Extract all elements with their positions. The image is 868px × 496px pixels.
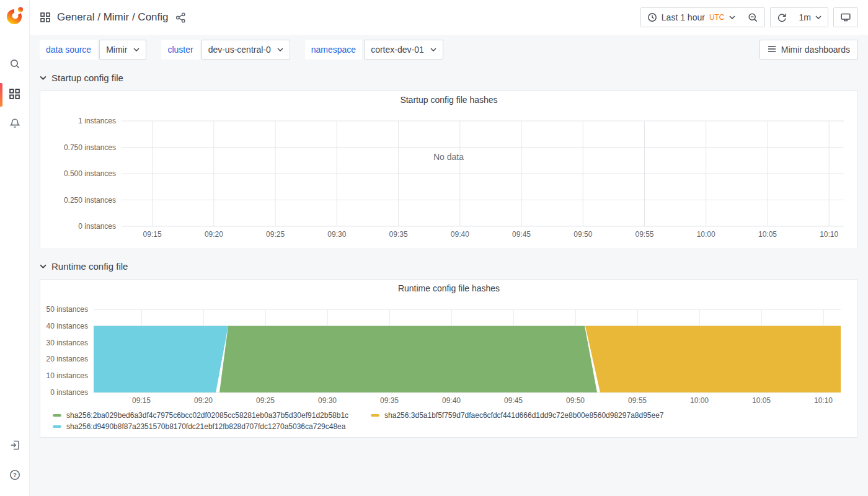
chevron-down-icon (430, 48, 436, 51)
x-tick-label: 10:05 (758, 230, 777, 239)
variable-value-dropdown[interactable]: Mimir (99, 40, 146, 60)
y-tick-label: 1 instances (78, 117, 116, 125)
app-root: ? General / Mimir / Config Last 1 (0, 0, 868, 496)
legend-label: sha256:2ba029bed6a3df4c7975c6bcc02df0208… (66, 411, 348, 420)
dashboards-grid-icon (9, 88, 20, 102)
chevron-down-icon (40, 264, 46, 268)
mimir-dashboards-button[interactable]: Mimir dashboards (760, 40, 858, 60)
zoom-out-icon (748, 12, 758, 23)
sidebar-item-dashboards[interactable] (0, 80, 30, 110)
sign-in-icon (9, 439, 21, 454)
mimir-dashboards-label: Mimir dashboards (781, 45, 850, 55)
variable-label: cluster (161, 40, 199, 60)
refresh-button[interactable] (771, 8, 793, 27)
x-tick-label: 09:25 (266, 230, 285, 239)
sidebar-nav-top (0, 50, 30, 140)
variable-value-dropdown[interactable]: cortex-dev-01 (364, 40, 443, 60)
series-area (94, 326, 228, 392)
sidebar-item-alerting[interactable] (0, 110, 30, 140)
chart-startup-config-hashes: 09:1509:2009:2509:3009:3509:4009:4509:50… (40, 91, 857, 249)
sidebar-item-search[interactable] (0, 50, 30, 80)
x-tick-label: 09:55 (628, 396, 647, 405)
help-icon: ? (9, 469, 21, 484)
series-area (585, 326, 841, 392)
legend-item[interactable]: sha256:3d5a1bf5f759d7dfaec6cfdcf441d666d… (371, 410, 663, 421)
panel-title[interactable]: Startup config file hashes (40, 95, 857, 105)
grafana-logo[interactable] (4, 6, 25, 27)
x-tick-label: 09:20 (194, 396, 213, 405)
hamburger-icon (768, 45, 776, 55)
x-tick-label: 09:45 (512, 230, 531, 239)
chevron-down-icon (277, 48, 283, 51)
x-tick-label: 09:35 (389, 230, 408, 239)
x-tick-label: 09:20 (205, 230, 223, 239)
x-tick-label: 10:05 (752, 396, 771, 405)
panel-title[interactable]: Runtime config file hashes (40, 283, 857, 293)
no-data-text: No data (433, 152, 464, 162)
legend-swatch-icon (53, 414, 61, 417)
chart-canvas[interactable]: 09:1509:2009:2509:3009:3509:4009:4509:50… (40, 91, 857, 249)
legend-item[interactable]: sha256:d9490b8f87a2351570b8170fdc21ebf12… (53, 421, 345, 432)
refresh-controls-group: 1m (770, 7, 828, 27)
grafana-logo-icon (4, 6, 25, 27)
time-range-label: Last 1 hour (662, 12, 705, 22)
y-tick-label: 0.500 instances (64, 169, 116, 178)
x-tick-label: 09:30 (318, 396, 337, 405)
sidebar: ? (0, 0, 30, 496)
dashboard-grid-icon (40, 12, 51, 23)
header-toolbar: Last 1 hour UTC (640, 7, 858, 27)
x-tick-label: 09:50 (566, 396, 585, 405)
row-header-startup-config[interactable]: Startup config file (40, 68, 858, 87)
x-tick-label: 10:10 (814, 396, 833, 405)
panel-runtime-config-hashes: Runtime config file hashes 09:1509:2009:… (40, 279, 858, 438)
time-controls-group: Last 1 hour UTC (640, 7, 765, 27)
variable-value: cortex-dev-01 (371, 45, 424, 55)
series-area (219, 326, 597, 392)
legend-item[interactable]: sha256:2ba029bed6a3df4c7975c6bcc02df0208… (53, 410, 348, 421)
sidebar-item-sign-in[interactable] (0, 432, 30, 461)
row-title: Runtime config file (51, 261, 128, 272)
submenu: data source Mimir cluster dev-us-central… (30, 35, 868, 64)
x-tick-label: 09:50 (574, 230, 592, 239)
clock-icon (647, 12, 657, 22)
y-tick-label: 10 instances (46, 371, 88, 380)
refresh-interval-picker[interactable]: 1m (793, 8, 828, 27)
time-range-picker[interactable]: Last 1 hour UTC (641, 8, 742, 27)
x-tick-label: 10:00 (697, 230, 715, 239)
variable-value-dropdown[interactable]: dev-us-central-0 (202, 40, 290, 60)
x-tick-label: 09:15 (143, 230, 162, 239)
timezone-label: UTC (709, 13, 725, 22)
kiosk-monitor-icon (840, 12, 851, 23)
bell-icon (9, 117, 21, 132)
kiosk-group (833, 7, 858, 27)
y-tick-label: 0.750 instances (64, 143, 116, 152)
sidebar-nav-bottom: ? (0, 432, 30, 491)
chart-runtime-config-hashes: 09:1509:2009:2509:3009:3509:4009:4509:50… (40, 280, 857, 437)
x-tick-label: 09:35 (380, 396, 399, 405)
legend-label: sha256:3d5a1bf5f759d7dfaec6cfdcf441d666d… (384, 411, 663, 420)
legend-label: sha256:d9490b8f87a2351570b8170fdc21ebf12… (66, 422, 345, 431)
x-tick-label: 09:55 (635, 230, 653, 239)
variable-namespace: namespace cortex-dev-01 (305, 40, 443, 60)
main-area: General / Mimir / Config Last 1 hour UTC (30, 0, 868, 496)
dashboard-title[interactable]: General / Mimir / Config (57, 11, 169, 24)
y-tick-label: 0.250 instances (64, 196, 116, 205)
share-icon[interactable] (175, 12, 187, 24)
chevron-down-icon (815, 16, 822, 19)
sidebar-item-help[interactable]: ? (0, 461, 30, 491)
x-tick-label: 09:25 (256, 396, 275, 405)
kiosk-mode-button[interactable] (834, 8, 857, 27)
row-title: Startup config file (51, 73, 123, 83)
search-icon (9, 58, 21, 73)
legend-swatch-icon (53, 425, 61, 428)
chevron-down-icon (40, 76, 46, 80)
variable-label: data source (40, 40, 97, 60)
y-tick-label: 30 instances (46, 339, 88, 347)
dashboard-grid: Startup config file Startup config file … (30, 64, 868, 445)
chevron-down-icon (133, 48, 140, 51)
x-tick-label: 10:00 (690, 396, 709, 405)
zoom-out-button[interactable] (742, 8, 764, 27)
x-tick-label: 10:10 (820, 230, 838, 239)
row-header-runtime-config[interactable]: Runtime config file (40, 257, 858, 275)
legend: sha256:2ba029bed6a3df4c7975c6bcc02df0208… (53, 410, 772, 432)
